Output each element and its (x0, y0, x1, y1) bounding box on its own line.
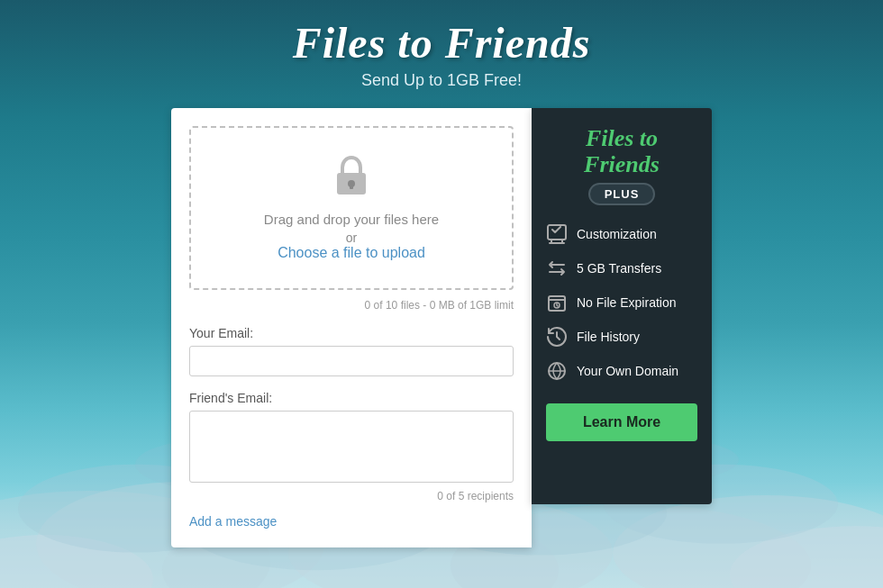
plus-badge: PLUS (588, 183, 656, 205)
recipients-info: 0 of 5 recipients (189, 490, 514, 502)
feature-transfers: 5 GB Transfers (546, 258, 697, 279)
feature-domain-text: Your Own Domain (577, 364, 678, 378)
lock-icon (333, 155, 369, 198)
page-wrapper: Files to Friends Send Up to 1GB Free! Dr… (0, 0, 883, 547)
feature-customization-text: Customization (577, 227, 657, 241)
svg-rect-16 (350, 185, 353, 189)
friends-email-textarea[interactable] (189, 411, 514, 483)
feature-history: File History (546, 326, 697, 348)
customization-icon (546, 223, 568, 245)
site-title: Files to Friends (293, 18, 591, 68)
add-message-link[interactable]: Add a message (189, 514, 277, 529)
site-subtitle: Send Up to 1GB Free! (361, 71, 522, 90)
email-label: Your Email: (189, 326, 514, 340)
drop-zone[interactable]: Drag and drop your files here or Choose … (189, 126, 514, 290)
domain-icon (546, 360, 568, 382)
feature-no-expiration: No File Expiration (546, 292, 697, 313)
plus-sidebar: Files to Friends PLUS Customization 5 GB… (532, 108, 712, 504)
feature-domain: Your Own Domain (546, 360, 697, 382)
no-expiration-icon (546, 292, 568, 313)
drag-drop-text: Drag and drop your files here (264, 209, 439, 231)
friends-email-label: Friend's Email: (189, 391, 514, 405)
svg-rect-17 (548, 225, 566, 240)
history-icon (546, 326, 568, 348)
feature-history-text: File History (577, 330, 640, 344)
feature-customization: Customization (546, 223, 697, 245)
choose-file-link[interactable]: Choose a file to upload (278, 245, 425, 261)
email-input[interactable] (189, 346, 514, 376)
feature-no-expiration-text: No File Expiration (577, 295, 677, 310)
learn-more-button[interactable]: Learn More (546, 403, 697, 441)
or-text: or (346, 231, 357, 245)
feature-transfers-text: 5 GB Transfers (577, 261, 661, 276)
form-card: Drag and drop your files here or Choose … (171, 108, 532, 547)
file-limit-info: 0 of 10 files - 0 MB of 1GB limit (189, 299, 514, 312)
plus-title: Files to Friends (546, 126, 697, 177)
main-content: Drag and drop your files here or Choose … (171, 108, 712, 547)
transfer-icon (546, 258, 568, 279)
